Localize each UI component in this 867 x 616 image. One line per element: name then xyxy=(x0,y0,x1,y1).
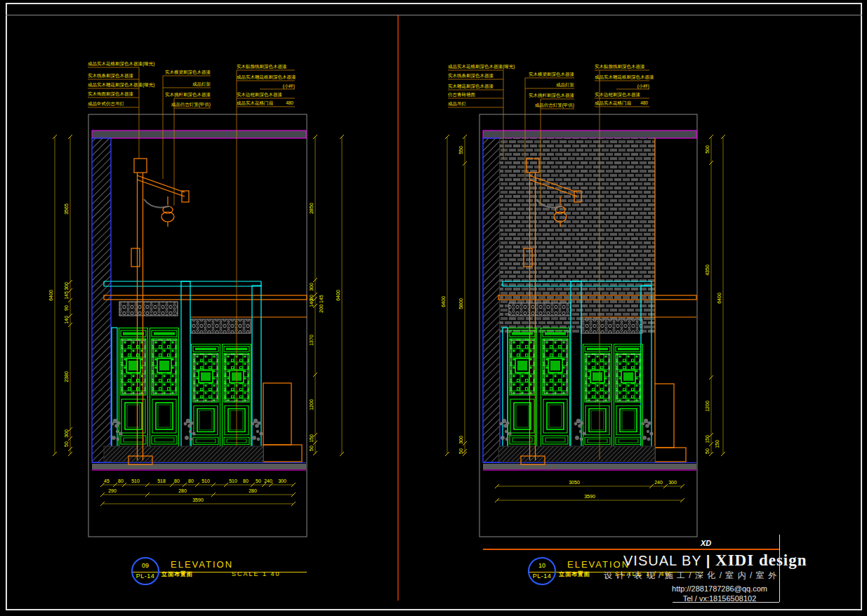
step-block xyxy=(655,384,674,448)
callout-label: 实木边框刷深色木器漆 xyxy=(237,92,283,98)
hatched-column xyxy=(483,138,500,462)
dim-text: 50 xyxy=(256,478,261,483)
door-jamb xyxy=(503,328,508,461)
drawing-subtitle: 立面布置图 xyxy=(559,570,590,578)
dim-total: 6400 xyxy=(48,290,53,301)
corbel-cloud xyxy=(574,419,586,441)
ceiling-band xyxy=(92,130,306,138)
lattice-door xyxy=(119,328,148,447)
drawing-subtitle: 立面布置图 xyxy=(161,570,193,578)
lattice-door xyxy=(508,328,537,447)
callout-label: 实木线条刷深色木器漆 xyxy=(88,73,134,79)
dim-text: 500 xyxy=(705,145,710,154)
dim-text: 300 xyxy=(64,429,69,438)
dim-note: 150 xyxy=(715,440,720,448)
entablature-beams xyxy=(104,281,261,286)
dim-text: 1200 xyxy=(705,401,710,412)
dim-text: 150 xyxy=(309,434,314,443)
drawing-code: PL-14 xyxy=(133,573,158,580)
dim-right-column: 500 4350 1200 150 50 150 6400 xyxy=(705,135,725,456)
step-block xyxy=(263,383,291,445)
floor-slab xyxy=(483,464,696,469)
dim-right-column: 2850 300 80 140 1370 1200 150 50 200 145… xyxy=(309,135,344,456)
dim-text: 550 xyxy=(458,146,463,154)
dim-text: 90 xyxy=(64,305,69,311)
callout-label: 实木线条刷深色木器漆 xyxy=(448,73,494,79)
floor-hatch xyxy=(498,446,655,462)
lattice-door xyxy=(541,328,570,447)
callout-label: 成品灯架 xyxy=(556,82,575,88)
dim-text: 50 xyxy=(705,448,710,454)
dim-left-column: 550 5800 300 50 6400 xyxy=(441,135,467,456)
callout-label: 实木雕花刷深色木器漆 xyxy=(448,83,494,89)
dim-text: 280 xyxy=(249,488,257,493)
dim-bottom: 45 80 510 518 80 80 510 510 80 50 240 30… xyxy=(100,478,296,506)
drawing-scale: SCALE 1 40 xyxy=(232,570,281,577)
dim-text: 290 xyxy=(108,488,117,493)
callout-label: 实木边框刷深色木器漆 xyxy=(595,92,641,98)
dim-text: 140 xyxy=(64,316,69,324)
floor-hatch xyxy=(104,446,263,462)
watermark-brand: VISUAL BY | XIDI design xyxy=(623,551,781,570)
dim-total: 6400 xyxy=(336,290,340,301)
dim-text: 300 xyxy=(278,478,286,483)
watermark-underline xyxy=(673,602,779,603)
dim-text: 3050 xyxy=(569,480,580,485)
dim-total: 3590 xyxy=(192,497,204,502)
titleblock-bubble: 09 PL-14 xyxy=(131,557,159,585)
dim-text: 1370 xyxy=(309,335,314,346)
callout-label: 成品仿古灯笼(甲供) xyxy=(535,102,574,108)
callout-label: 成品实木花格门扇 xyxy=(237,100,273,106)
dim-text: 4350 xyxy=(705,265,710,276)
dim-text: 510 xyxy=(229,478,237,483)
dim-text: 300 xyxy=(64,282,69,290)
callout-label: 成品实木雕花板刷深色木器漆 xyxy=(237,74,296,80)
dim-text: 518 xyxy=(157,478,166,483)
callout-group-c: 实木贴脸线刷深色木器漆 成品实木雕花板刷深色木器漆 (小样) 实木边框刷深色木器… xyxy=(595,64,654,107)
carved-frieze xyxy=(509,303,571,316)
dim-text: 240 xyxy=(654,480,663,485)
callout-group-c: 实木贴脸线刷深色木器漆 成品实木雕花板刷深色木器漆 (小样) 实木边框刷深色木器… xyxy=(237,64,296,107)
dim-total: 3590 xyxy=(584,494,595,499)
callout-group-b: 实木横梁刷深色木器漆 成品灯架 实木挑杆刷深色木器漆 成品仿古灯笼(甲供) xyxy=(525,72,575,109)
callout-label: 成品仿古灯笼(甲供) xyxy=(171,102,211,107)
dim-text: 50 xyxy=(309,446,314,451)
callout-label: 成品灯架 xyxy=(192,81,211,87)
hatched-column xyxy=(92,138,111,462)
callout-label: 实木贴脸线刷深色木器漆 xyxy=(595,64,645,69)
callout-label: 成品中式仿古吊灯 xyxy=(88,101,125,107)
sheet-inner-line xyxy=(6,15,862,15)
callout-group-b: 实木横梁刷深色木器漆 成品灯架 实木挑杆刷深色木器漆 成品仿古灯笼(甲供) xyxy=(163,69,211,108)
callout-label: 成品实木花格刷深色木器漆(哑光) xyxy=(88,61,154,67)
carved-frieze xyxy=(119,302,178,316)
timber-beam xyxy=(104,295,307,300)
lattice-door xyxy=(192,344,220,446)
dim-text: 80 xyxy=(118,478,124,483)
xidi-logo-icon: XD xyxy=(701,539,711,547)
dim-text: 240 xyxy=(264,478,272,483)
callout-label: 成品实木雕花板刷深色木器漆 xyxy=(595,74,654,80)
callout-label: 实木横梁刷深色木器漆 xyxy=(165,69,211,75)
dim-text: 1200 xyxy=(309,399,314,410)
elevation-09-drawing: 成品实木花格刷深色木器漆(哑光) 实木线条刷深色木器漆 成品实木雕花刷深色木器漆… xyxy=(14,39,393,540)
dim-text: 2850 xyxy=(309,203,314,214)
dim-text: 80 xyxy=(243,478,249,483)
dim-text: 300 xyxy=(309,283,314,291)
watermark-vline xyxy=(779,535,780,602)
drawing-number: 09 xyxy=(133,563,158,569)
elevation-10-drawing: 成品实木花格刷深色木器漆(哑光) 实木线条刷深色木器漆 实木雕花刷深色木器漆 仿… xyxy=(407,39,786,540)
callout-label: 成品实木花格门扇 xyxy=(595,100,631,106)
drawing-title: ELEVATION xyxy=(567,559,630,570)
cad-sheet: 成品实木花格刷深色木器漆(哑光) 实木线条刷深色木器漆 成品实木雕花刷深色木器漆… xyxy=(0,0,867,616)
watermark-rule xyxy=(483,549,779,550)
sheet-divider-line xyxy=(397,15,399,601)
callout-label: 480 xyxy=(286,100,293,105)
dim-text: 3565 xyxy=(64,203,69,215)
dim-bottom: 3050 240 300 3590 xyxy=(495,480,684,502)
dim-text: 510 xyxy=(131,478,140,483)
post xyxy=(181,281,190,461)
drawing-number: 10 xyxy=(529,563,555,569)
dim-text: 80 xyxy=(174,478,180,483)
lattice-door xyxy=(150,328,179,447)
callout-label: 仿古青砖墙面 xyxy=(447,92,476,98)
